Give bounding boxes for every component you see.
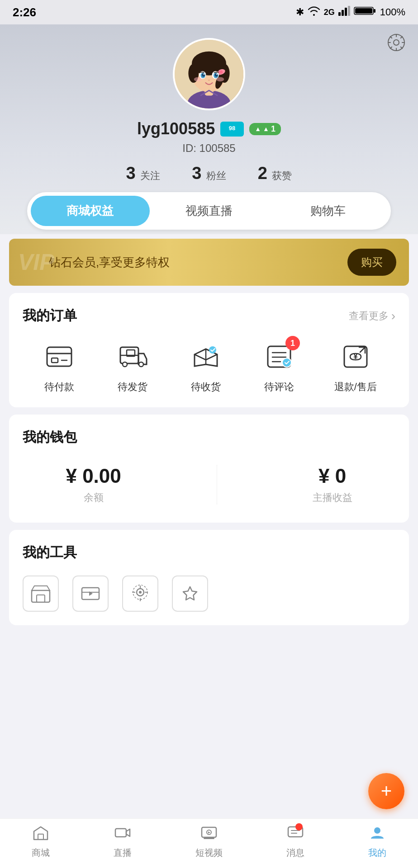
refund-label: 退款/售后 <box>334 380 377 394</box>
wallet-header: 我的钱包 <box>23 428 395 447</box>
wifi-icon <box>308 6 320 19</box>
refund-icon: ¥ <box>337 339 374 375</box>
nav-message-label: 消息 <box>286 847 304 859</box>
vip-text: 钻石会员,享受更多特权 <box>49 255 170 270</box>
order-refund[interactable]: ¥ 退款/售后 <box>334 339 377 394</box>
stat-following[interactable]: 3 关注 <box>126 164 161 183</box>
svg-rect-43 <box>37 595 45 602</box>
nav-live-icon <box>114 825 131 844</box>
orders-more[interactable]: 查看更多 › <box>349 309 395 323</box>
svg-point-36 <box>139 362 143 367</box>
vip-buy-button[interactable]: 购买 <box>347 249 396 276</box>
wallet-balance[interactable]: ¥ 0.00 余额 <box>66 465 121 505</box>
tab-cart[interactable]: 购物车 <box>268 196 387 226</box>
stats-row: 3 关注 3 粉丝 2 获赞 <box>18 164 400 183</box>
tab-mall[interactable]: 商城权益 <box>31 196 150 226</box>
tool-location-icon <box>122 576 158 612</box>
wallet-income-label: 主播收益 <box>313 491 352 505</box>
tools-grid <box>23 576 395 612</box>
tool-collect[interactable] <box>172 576 208 612</box>
order-pending-pay[interactable]: 待付款 <box>41 339 77 394</box>
nav-live[interactable]: 直播 <box>114 825 132 859</box>
svg-rect-0 <box>338 12 341 16</box>
profile-header: lyg100585 98 ▲1 ID: 100585 3 关注 3 粉丝 2 获… <box>0 24 418 234</box>
svg-point-8 <box>394 40 399 45</box>
pending-review-label: 待评论 <box>264 380 294 394</box>
svg-rect-49 <box>38 834 43 840</box>
svg-rect-53 <box>204 838 214 839</box>
orders-section: 我的订单 查看更多 › 待付款 <box>9 293 409 407</box>
wallet-balance-amount: ¥ 0.00 <box>66 465 121 487</box>
status-bar: 2:26 ✱ 2G 100% <box>0 0 418 24</box>
badge-level: ▲1 <box>249 123 281 135</box>
vip-banner: 钻石会员,享受更多特权 购买 <box>9 239 409 286</box>
svg-point-47 <box>139 591 142 594</box>
nav-mine[interactable]: 我的 <box>368 825 386 859</box>
signal-icon: 2G <box>324 8 335 17</box>
order-pending-ship[interactable]: 待发货 <box>114 339 151 394</box>
tab-video[interactable]: 视频直播 <box>150 196 269 226</box>
svg-point-26 <box>216 74 218 75</box>
svg-point-18 <box>219 70 223 74</box>
nav-video-label: 短视频 <box>195 847 223 859</box>
bluetooth-icon: ✱ <box>296 6 304 18</box>
nav-mine-icon <box>369 825 385 844</box>
pending-receive-label: 待收货 <box>191 380 221 394</box>
nav-live-label: 直播 <box>114 847 132 859</box>
tool-store[interactable] <box>23 576 59 612</box>
order-pending-review[interactable]: 1 待评论 <box>261 339 297 394</box>
svg-point-28 <box>216 77 224 82</box>
svg-point-37 <box>209 346 216 354</box>
nav-mine-label: 我的 <box>368 847 386 859</box>
wallet-amounts: ¥ 0.00 余额 ¥ 0 主播收益 <box>23 460 395 509</box>
wallet-balance-label: 余额 <box>66 491 121 505</box>
wallet-income[interactable]: ¥ 0 主播收益 <box>313 465 352 505</box>
svg-rect-5 <box>374 9 375 13</box>
stat-likes[interactable]: 2 获赞 <box>258 164 292 183</box>
wallet-divider <box>217 465 217 505</box>
nav-message-badge <box>295 823 303 830</box>
tools-title: 我的工具 <box>23 543 77 562</box>
svg-point-35 <box>123 362 127 367</box>
pending-review-badge: 1 <box>285 336 300 350</box>
stat-fans[interactable]: 3 粉丝 <box>192 164 226 183</box>
svg-rect-6 <box>355 8 372 14</box>
tool-collect-icon <box>172 576 208 612</box>
svg-rect-31 <box>47 347 71 366</box>
avatar-container <box>18 38 400 110</box>
pending-ship-icon <box>114 339 151 375</box>
settings-icon[interactable] <box>387 33 405 56</box>
svg-rect-42 <box>32 590 50 602</box>
svg-text:98: 98 <box>229 125 235 132</box>
tool-store-icon <box>23 576 59 612</box>
username: lyg100585 <box>137 119 215 138</box>
svg-rect-1 <box>342 10 344 16</box>
tool-video[interactable] <box>72 576 109 612</box>
svg-rect-50 <box>115 829 126 837</box>
orders-title: 我的订单 <box>23 307 77 325</box>
svg-rect-3 <box>348 6 350 16</box>
user-id: ID: 100585 <box>18 142 400 155</box>
tools-section: 我的工具 <box>9 530 409 625</box>
svg-point-39 <box>282 358 291 367</box>
tools-header: 我的工具 <box>23 543 395 562</box>
username-row: lyg100585 98 ▲1 <box>18 119 400 138</box>
nav-message[interactable]: 消息 <box>286 825 304 859</box>
avatar[interactable] <box>173 38 245 110</box>
tool-location[interactable] <box>122 576 158 612</box>
orders-chevron: › <box>391 309 395 323</box>
svg-point-55 <box>374 827 380 834</box>
signal-bars <box>338 6 350 19</box>
battery-icon <box>354 6 376 19</box>
pending-ship-label: 待发货 <box>118 380 147 394</box>
nav-mall[interactable]: 商城 <box>32 825 50 859</box>
orders-header: 我的订单 查看更多 › <box>23 307 395 325</box>
nav-video[interactable]: 短视频 <box>195 825 223 859</box>
status-time: 2:26 <box>13 5 36 19</box>
fab-button[interactable]: + <box>368 773 404 809</box>
svg-rect-2 <box>345 8 347 16</box>
order-icons: 待付款 待发货 <box>23 339 395 394</box>
tool-video-icon <box>72 576 109 612</box>
order-pending-receive[interactable]: 待收货 <box>188 339 224 394</box>
badge-98k: 98 <box>220 122 244 137</box>
